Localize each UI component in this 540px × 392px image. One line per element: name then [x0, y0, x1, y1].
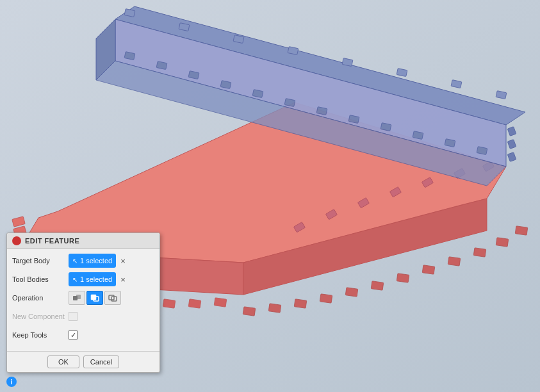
- keep-tools-checkbox[interactable]: ✓: [69, 331, 78, 339]
- operation-intersect-button[interactable]: [104, 291, 121, 305]
- ok-button[interactable]: OK: [47, 355, 79, 368]
- target-body-row: Target Body ↖ 1 selected ×: [12, 253, 154, 268]
- operation-row: Operation: [12, 290, 154, 306]
- svg-rect-59: [397, 274, 409, 282]
- svg-rect-57: [345, 288, 357, 297]
- new-component-row: New Component: [12, 309, 154, 324]
- svg-rect-63: [496, 238, 508, 247]
- svg-rect-17: [188, 299, 200, 308]
- edit-feature-panel: EDIT FEATURE Target Body ↖ 1 selected × …: [6, 233, 160, 373]
- svg-rect-61: [448, 257, 460, 266]
- svg-rect-58: [371, 281, 383, 290]
- intersect-icon: [108, 293, 117, 302]
- checkmark-icon: ✓: [70, 332, 76, 339]
- svg-rect-54: [268, 304, 281, 313]
- info-icon[interactable]: i: [6, 377, 17, 387]
- svg-rect-60: [422, 265, 434, 274]
- tool-bodies-label: Tool Bodies: [12, 275, 69, 283]
- keep-tools-label: Keep Tools: [12, 331, 69, 339]
- new-component-label: New Component: [12, 313, 69, 320]
- panel-header-icon: [12, 236, 21, 245]
- target-body-value: 1 selected: [80, 257, 112, 265]
- panel-footer: OK Cancel: [7, 351, 160, 372]
- svg-rect-53: [243, 307, 255, 316]
- tool-bodies-select-button[interactable]: ↖ 1 selected: [69, 272, 116, 286]
- cut-icon: [90, 293, 99, 302]
- cursor-icon: ↖: [72, 257, 78, 265]
- join-icon: [72, 293, 81, 302]
- cursor-icon-2: ↖: [72, 276, 78, 283]
- tool-bodies-row: Tool Bodies ↖ 1 selected ×: [12, 272, 154, 287]
- tool-bodies-value: 1 selected: [80, 275, 112, 283]
- operation-cut-button[interactable]: [86, 291, 103, 305]
- svg-rect-64: [515, 226, 527, 235]
- target-body-clear-button[interactable]: ×: [119, 257, 127, 265]
- new-component-checkbox: [69, 312, 78, 321]
- svg-rect-56: [320, 294, 332, 303]
- svg-rect-16: [163, 299, 175, 308]
- panel-title: EDIT FEATURE: [25, 237, 79, 245]
- svg-rect-66: [76, 295, 81, 299]
- svg-rect-62: [473, 248, 486, 257]
- svg-rect-55: [294, 299, 306, 308]
- target-body-label: Target Body: [12, 257, 69, 265]
- panel-body: Target Body ↖ 1 selected × Tool Bodies ↖…: [7, 249, 160, 351]
- tool-bodies-clear-button[interactable]: ×: [119, 275, 127, 284]
- operation-join-button[interactable]: [69, 291, 85, 305]
- panel-header: EDIT FEATURE: [7, 233, 160, 249]
- cancel-button[interactable]: Cancel: [83, 355, 119, 368]
- keep-tools-row: Keep Tools ✓: [12, 327, 154, 343]
- operation-label: Operation: [12, 294, 69, 302]
- target-body-select-button[interactable]: ↖ 1 selected: [69, 254, 116, 268]
- operation-buttons: [69, 291, 121, 305]
- svg-rect-18: [214, 298, 226, 307]
